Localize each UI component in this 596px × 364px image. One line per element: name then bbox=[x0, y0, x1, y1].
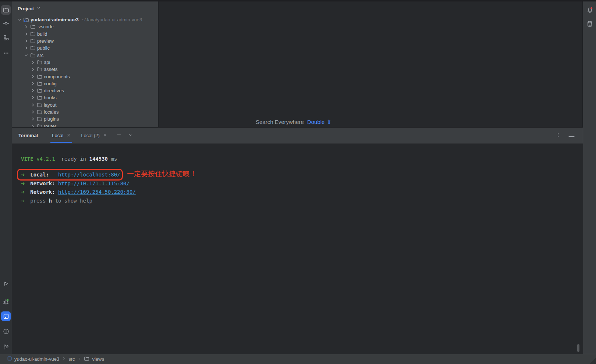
problems-tool-button[interactable] bbox=[1, 326, 11, 336]
tree-row-config[interactable]: config bbox=[12, 80, 158, 87]
terminal-tab-local-2[interactable]: Local (2) bbox=[77, 128, 111, 144]
terminal-options-button[interactable] bbox=[555, 132, 561, 139]
chevron-right-icon[interactable] bbox=[30, 59, 36, 65]
tree-row-preview[interactable]: preview bbox=[12, 38, 158, 44]
tree-row-layout[interactable]: layout bbox=[12, 101, 158, 108]
chevron-down-icon[interactable] bbox=[23, 52, 29, 58]
tree-row-router[interactable]: router bbox=[12, 122, 158, 127]
breadcrumb-module[interactable]: yudao-ui-admin-vue3 bbox=[7, 356, 59, 362]
terminal-scrollbar-thumb[interactable] bbox=[577, 344, 579, 352]
status-bar: yudao-ui-admin-vue3 src views bbox=[0, 354, 596, 364]
chevron-right-icon[interactable] bbox=[23, 45, 29, 51]
right-toolbar-strip bbox=[583, 1, 596, 354]
chevron-right-icon[interactable] bbox=[30, 109, 36, 115]
tree-row-public[interactable]: public bbox=[12, 44, 158, 51]
run-tool-button[interactable] bbox=[1, 279, 11, 288]
chevron-right-icon[interactable] bbox=[30, 88, 36, 94]
folder-icon bbox=[36, 59, 42, 65]
terminal-url-link[interactable]: http://10.171.1.115:80/ bbox=[58, 181, 130, 186]
folder-icon bbox=[36, 88, 42, 94]
tree-row-hooks[interactable]: hooks bbox=[12, 94, 158, 101]
terminal-text: Network: bbox=[24, 189, 58, 195]
tree-row-api[interactable]: api bbox=[12, 59, 158, 66]
terminal-tool-button[interactable] bbox=[1, 311, 11, 321]
tree-row-plugins[interactable]: plugins bbox=[12, 115, 158, 122]
chevron-down-icon bbox=[128, 132, 133, 139]
folder-icon bbox=[36, 95, 42, 101]
chevron-right-icon[interactable] bbox=[23, 24, 29, 30]
folder-icon bbox=[30, 31, 36, 37]
project-tool-button[interactable] bbox=[1, 5, 11, 15]
tree-item-label: yudao-ui-admin-vue3 bbox=[31, 17, 79, 22]
folder-icon bbox=[30, 24, 36, 30]
terminal-tab-label: Local bbox=[52, 133, 63, 138]
structure-tool-button[interactable] bbox=[1, 33, 11, 42]
tree-row-vscode[interactable]: .vscode bbox=[12, 23, 158, 30]
tree-row-locales[interactable]: locales bbox=[12, 108, 158, 115]
tree-row-src[interactable]: src bbox=[12, 51, 158, 58]
tree-row-components[interactable]: components bbox=[12, 73, 158, 80]
terminal-icon bbox=[3, 313, 9, 320]
chevron-right-icon[interactable] bbox=[30, 67, 36, 72]
terminal-line: Network: http://10.171.1.115:80/ bbox=[21, 180, 575, 189]
tree-item-label: preview bbox=[37, 38, 54, 44]
folder-icon bbox=[30, 45, 36, 51]
breadcrumb-views[interactable]: views bbox=[84, 356, 104, 363]
minimize-panel-button[interactable] bbox=[568, 132, 575, 139]
terminal-text: to show help bbox=[52, 198, 92, 204]
tree-item-label: layout bbox=[44, 102, 57, 108]
terminal-tab-label: Local (2) bbox=[81, 133, 100, 138]
new-terminal-tab-button[interactable] bbox=[116, 132, 123, 139]
search-everywhere-shortcut: Double⇧ bbox=[307, 118, 331, 125]
activity-bar bbox=[0, 1, 12, 354]
breadcrumb-label: yudao-ui-admin-vue3 bbox=[14, 356, 59, 362]
terminal-tabs-dropdown-button[interactable] bbox=[127, 132, 134, 139]
terminal-line: press h to show help bbox=[21, 197, 575, 206]
search-everywhere-hint: Search Everywhere Double⇧ bbox=[256, 118, 331, 125]
chevron-right-icon[interactable] bbox=[30, 116, 36, 122]
run-icon bbox=[3, 281, 9, 287]
chevron-down-icon[interactable] bbox=[17, 17, 22, 23]
chevron-right-icon[interactable] bbox=[30, 123, 36, 127]
tree-item-label: assets bbox=[44, 67, 58, 72]
chevron-right-icon[interactable] bbox=[30, 102, 36, 108]
shift-key-icon: ⇧ bbox=[326, 118, 331, 125]
commit-tool-button[interactable] bbox=[1, 18, 11, 28]
module-icon bbox=[7, 356, 12, 362]
window-resize-grip[interactable] bbox=[588, 356, 596, 364]
terminal-text: VITE bbox=[21, 156, 33, 162]
tree-item-label: build bbox=[37, 31, 47, 37]
terminal-tab-local[interactable]: Local bbox=[48, 128, 74, 144]
terminal-text: Network: bbox=[24, 181, 58, 186]
tree-row-assets[interactable]: assets bbox=[12, 66, 158, 73]
chevron-right-icon[interactable] bbox=[23, 38, 29, 44]
chevron-right-icon[interactable] bbox=[23, 31, 29, 37]
chevron-right-icon[interactable] bbox=[30, 81, 36, 86]
database-button[interactable] bbox=[585, 20, 595, 29]
project-panel-header[interactable]: Project bbox=[12, 1, 158, 13]
editor-area bbox=[159, 1, 582, 127]
folder-icon bbox=[84, 356, 89, 363]
chevron-right-icon[interactable] bbox=[30, 74, 36, 79]
tree-item-path: ~/Java/yudao-ui-admin-vue3 bbox=[82, 17, 142, 22]
tree-row-yudao-ui-admin-vue3[interactable]: yudao-ui-admin-vue3~/Java/yudao-ui-admin… bbox=[12, 16, 158, 23]
terminal-url-link[interactable]: http://localhost:80/ bbox=[58, 172, 120, 178]
more-tool-windows-button[interactable] bbox=[1, 48, 11, 58]
ide-window: Project yudao-ui-admin-vue3~/Java/yudao-… bbox=[0, 0, 596, 364]
tree-item-label: plugins bbox=[44, 116, 59, 122]
version-control-tool-button[interactable] bbox=[1, 342, 11, 352]
annotation-text: 一定要按住快捷键噢！ bbox=[127, 169, 197, 179]
git-branch-icon bbox=[3, 344, 9, 350]
tree-item-label: components bbox=[44, 74, 70, 79]
folder-icon bbox=[30, 52, 36, 58]
terminal-toolbar: Terminal Local Local (2) bbox=[12, 128, 583, 144]
notifications-button[interactable] bbox=[585, 6, 595, 15]
breadcrumb-src[interactable]: src bbox=[68, 356, 75, 362]
tree-row-build[interactable]: build bbox=[12, 31, 158, 38]
close-icon[interactable] bbox=[67, 133, 71, 138]
close-icon[interactable] bbox=[103, 133, 107, 138]
chevron-right-icon[interactable] bbox=[30, 95, 36, 101]
terminal-url-link[interactable]: http://169.254.50.220:80/ bbox=[58, 189, 136, 195]
tree-row-directives[interactable]: directives bbox=[12, 87, 158, 94]
debug-tool-button[interactable] bbox=[1, 297, 11, 307]
